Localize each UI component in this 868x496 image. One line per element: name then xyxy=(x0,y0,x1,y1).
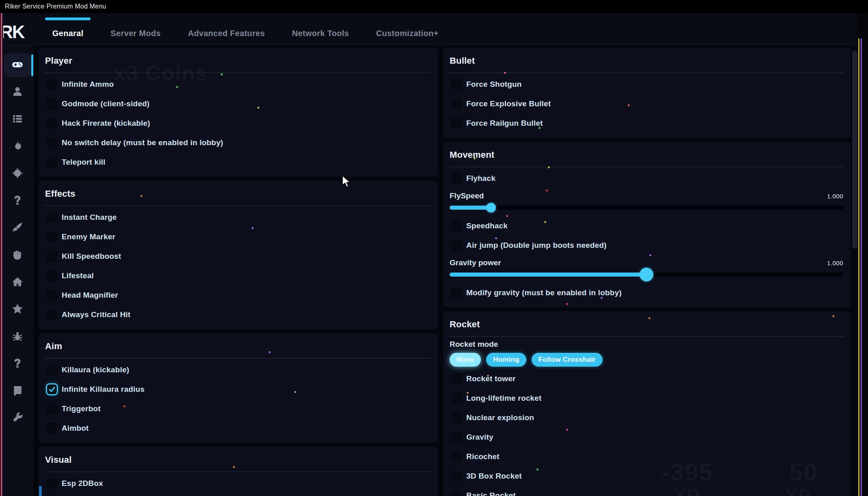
sidebar-item-star[interactable] xyxy=(4,298,31,322)
tab-customization[interactable]: Customization+ xyxy=(376,29,439,45)
hand-icon xyxy=(12,249,23,262)
checkbox-aimbot[interactable] xyxy=(46,422,58,434)
crosshair-icon xyxy=(12,167,23,180)
ghost-game-text: XP xyxy=(674,485,700,496)
wrench-icon xyxy=(12,412,23,425)
mouse-cursor xyxy=(341,175,351,187)
row-rocket-tower: Rocket tower xyxy=(449,369,844,389)
checkbox-hack-firerate-kickable[interactable] xyxy=(46,117,58,129)
panel-separator xyxy=(449,73,844,73)
checkbox-killaura-kickable[interactable] xyxy=(46,364,58,376)
slider-track-gravity-power[interactable] xyxy=(450,273,843,277)
sidebar-item-crosshair[interactable] xyxy=(4,162,31,186)
right-column: BulletForce ShotgunForce Explosive Bulle… xyxy=(443,48,851,496)
sidebar-item-list[interactable] xyxy=(4,108,31,131)
checkbox-label: Enemy Marker xyxy=(62,232,115,241)
checkbox-instant-charge[interactable] xyxy=(46,211,58,223)
checkbox-always-critical-hit[interactable] xyxy=(46,309,58,321)
checkbox-rocket-tower[interactable] xyxy=(450,373,463,385)
checkbox-3d-box-rocket[interactable] xyxy=(450,470,463,482)
checkbox-kill-speedboost[interactable] xyxy=(46,250,58,262)
checkbox-infinite-killaura-radius[interactable] xyxy=(46,383,58,395)
sidebar-item-question[interactable] xyxy=(4,189,31,213)
checkbox-air-jump-double-jump-boots-needed[interactable] xyxy=(450,239,463,251)
checkbox-modify-gravity-must-be-enabled-in-lobby[interactable] xyxy=(450,287,463,299)
checkbox-teleport-kill[interactable] xyxy=(46,156,58,168)
background-particle xyxy=(495,237,497,239)
checkbox-gravity[interactable] xyxy=(450,431,463,443)
checkbox-nuclear-explosion[interactable] xyxy=(450,412,463,424)
sidebar-item-flame[interactable] xyxy=(4,135,31,159)
row-air-jump-double-jump-boots-needed: Air jump (Double jump boots needed) xyxy=(449,236,844,255)
left-scroll-indicator xyxy=(39,486,42,496)
panel-separator xyxy=(44,472,431,472)
checkbox-ricochet[interactable] xyxy=(450,451,463,463)
sidebar-item-wrench[interactable] xyxy=(4,407,31,430)
sidebar-item-journal[interactable] xyxy=(4,380,31,403)
slider-label: Gravity power xyxy=(450,258,501,267)
panel-effects: EffectsInstant ChargeEnemy MarkerKill Sp… xyxy=(39,181,438,329)
slider-track-flyspeed[interactable] xyxy=(450,206,843,210)
checkbox-basic-rocket[interactable] xyxy=(450,490,463,496)
background-particle xyxy=(832,315,834,317)
sidebar-item-person[interactable] xyxy=(4,81,31,104)
person-icon xyxy=(12,86,23,99)
checkbox-label: 3D Box Rocket xyxy=(466,472,522,481)
paintbrush-icon xyxy=(12,222,23,235)
sidebar-item-gamepad[interactable] xyxy=(4,54,31,77)
sidebar-item-hand[interactable] xyxy=(4,244,31,267)
row-aimbot: Aimbot xyxy=(44,419,431,438)
tab-advanced-features[interactable]: Advanced Features xyxy=(188,29,265,45)
checkbox-head-magnifier[interactable] xyxy=(46,289,58,301)
checkbox-long-lifetime-rocket[interactable] xyxy=(450,392,463,404)
checkbox-flyhack[interactable] xyxy=(450,172,463,185)
checkbox-enemy-marker[interactable] xyxy=(46,231,58,243)
home-icon xyxy=(12,276,23,289)
checkbox-label: Force Shotgun xyxy=(466,80,522,89)
panel-separator xyxy=(44,206,431,206)
sidebar-item-paintbrush[interactable] xyxy=(4,217,31,240)
slider-thumb-gravity-power[interactable] xyxy=(640,268,653,281)
app-logo: RKR xyxy=(0,22,25,45)
checkbox-force-explosive-bullet[interactable] xyxy=(450,98,463,110)
tab-bar: RKR GenaralServer ModsAdvanced FeaturesN… xyxy=(0,13,857,45)
background-particle xyxy=(548,166,550,168)
checkbox-force-railgun-bullet[interactable] xyxy=(450,117,463,129)
row-kill-speedboost: Kill Speedboost xyxy=(44,247,431,266)
tab-network-tools[interactable]: Network Tools xyxy=(292,29,349,45)
background-particle xyxy=(252,227,254,229)
pill-homing[interactable]: Homing xyxy=(486,353,526,367)
checkbox-triggerbot[interactable] xyxy=(46,403,58,415)
checkbox-no-switch-delay-must-be-enabled-in-lobby[interactable] xyxy=(46,137,58,149)
row-nuclear-explosion: Nuclear explosion xyxy=(449,408,844,427)
panel-separator xyxy=(44,73,431,73)
checkbox-godmode-client-sided[interactable] xyxy=(46,98,58,110)
slider-thumb-flyspeed[interactable] xyxy=(486,203,496,213)
panel-title: Visual xyxy=(45,455,431,465)
panel-separator xyxy=(449,336,844,337)
checkbox-force-shotgun[interactable] xyxy=(450,78,463,90)
pill-follow-crosshair[interactable]: Follow Crosshair xyxy=(532,353,603,367)
background-particle xyxy=(140,195,142,197)
checkbox-speedhack[interactable] xyxy=(450,220,463,232)
background-particle xyxy=(648,317,650,319)
row-esp-2dbox: Esp 2DBox xyxy=(44,474,431,493)
panel-visual: VisualEsp 2DBoxX-Ray vision xyxy=(39,447,438,496)
sidebar-item-home[interactable] xyxy=(4,271,31,294)
sidebar-item-question2[interactable] xyxy=(4,352,31,376)
tab-server-mods[interactable]: Server Mods xyxy=(111,29,161,45)
row-no-switch-delay-must-be-enabled-in-lobby: No switch delay (must be enabled in lobb… xyxy=(44,133,431,152)
row-instant-charge: Instant Charge xyxy=(44,208,431,227)
scrollbar-thumb[interactable] xyxy=(852,51,857,249)
tab-genaral[interactable]: Genaral xyxy=(52,29,84,45)
background-particle xyxy=(123,405,125,407)
checkbox-label: Lifesteal xyxy=(62,271,94,280)
flame-icon xyxy=(12,140,23,153)
question2-icon xyxy=(12,358,23,371)
pill-none[interactable]: None xyxy=(450,353,481,367)
sidebar-item-bug[interactable] xyxy=(4,325,31,349)
checkbox-esp-2dbox[interactable] xyxy=(46,477,58,490)
panel-title: Aim xyxy=(45,341,431,352)
checkbox-lifesteal[interactable] xyxy=(46,270,58,282)
checkbox-infinite-ammo[interactable] xyxy=(46,78,58,90)
